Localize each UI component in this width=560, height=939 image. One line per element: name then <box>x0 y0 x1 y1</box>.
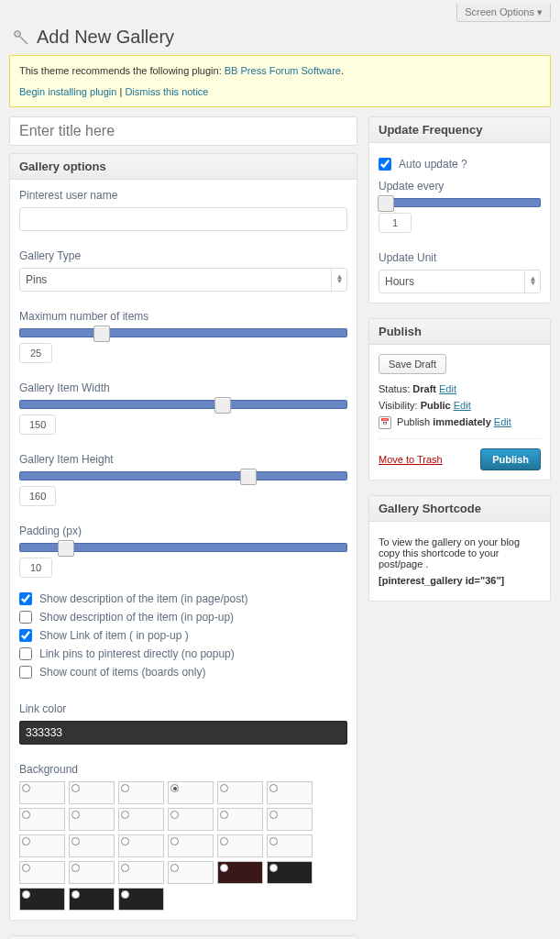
background-swatch[interactable] <box>168 808 214 831</box>
background-swatch[interactable] <box>217 861 263 884</box>
shortcode-header: Gallery Shortcode <box>379 502 541 515</box>
edit-status-link[interactable]: Edit <box>439 383 456 394</box>
pinterest-user-input[interactable] <box>19 207 347 231</box>
slider-handle[interactable] <box>58 540 74 557</box>
item-width-slider[interactable] <box>19 400 347 409</box>
option-checkbox[interactable] <box>19 611 32 624</box>
gallery-type-label: Gallery Type <box>19 249 347 262</box>
background-swatch[interactable] <box>217 834 263 857</box>
update-frequency-header: Update Frequency <box>379 123 541 137</box>
background-swatch[interactable] <box>168 781 214 804</box>
background-swatch[interactable] <box>19 834 65 857</box>
background-swatch[interactable] <box>19 781 65 804</box>
publish-box: Publish Save Draft Status: Draft Edit Vi… <box>368 318 551 481</box>
radio-icon <box>71 864 80 872</box>
publish-button[interactable]: Publish <box>480 448 541 470</box>
background-swatch[interactable] <box>267 781 313 804</box>
edit-schedule-link[interactable]: Edit <box>494 416 511 427</box>
begin-install-link[interactable]: Begin installing plugin <box>19 86 116 97</box>
publish-header: Publish <box>379 325 541 338</box>
update-every-slider[interactable] <box>379 198 541 207</box>
option-checkbox[interactable] <box>19 629 32 642</box>
edit-visibility-link[interactable]: Edit <box>454 400 471 411</box>
option-checkbox-label: Show description of the item (in page/po… <box>39 592 247 605</box>
background-swatch[interactable] <box>168 861 214 884</box>
option-checkbox-row: Show Link of item ( in pop-up ) <box>19 629 347 642</box>
background-swatch[interactable] <box>69 781 115 804</box>
radio-icon <box>121 784 129 792</box>
item-width-label: Gallery Item Width <box>19 381 347 394</box>
background-swatch[interactable] <box>267 834 313 857</box>
slider-handle[interactable] <box>214 397 231 414</box>
max-items-slider[interactable] <box>19 328 347 337</box>
shortcode-code: [pinterest_gallery id="36"] <box>379 575 504 586</box>
background-swatch[interactable] <box>69 888 115 911</box>
item-height-value: 160 <box>19 486 56 506</box>
link-color-input[interactable]: 333333 <box>19 721 347 745</box>
background-swatch[interactable] <box>267 808 313 831</box>
option-checkbox-row: Link pins to pinterest directly (no popu… <box>19 647 347 660</box>
pin-icon <box>9 26 31 48</box>
radio-icon <box>220 837 228 845</box>
background-swatch[interactable] <box>69 834 115 857</box>
background-swatch[interactable] <box>267 861 313 884</box>
plugin-link[interactable]: BB Press Forum Software <box>225 65 341 76</box>
radio-icon <box>220 784 228 792</box>
radio-icon <box>269 784 278 792</box>
move-to-trash-link[interactable]: Move to Trash <box>379 454 443 465</box>
max-items-value: 25 <box>19 343 52 363</box>
background-grid <box>19 781 347 911</box>
gallery-items-box: Gallery Items Choose options and hit upd… <box>9 935 357 939</box>
option-checkbox[interactable] <box>19 592 32 605</box>
background-swatch[interactable] <box>19 808 65 831</box>
option-checkbox-row: Show description of the item (in pop-up) <box>19 611 347 624</box>
calendar-icon: 📅 <box>379 416 391 429</box>
background-swatch[interactable] <box>217 808 263 831</box>
auto-update-label: Auto update ? <box>399 158 467 171</box>
option-checkbox-row: Show description of the item (in page/po… <box>19 592 347 605</box>
radio-icon <box>170 837 179 845</box>
background-swatch[interactable] <box>118 888 164 911</box>
padding-label: Padding (px) <box>19 525 347 537</box>
item-height-slider[interactable] <box>19 471 347 481</box>
background-swatch[interactable] <box>118 834 164 857</box>
background-swatch[interactable] <box>69 808 115 831</box>
option-checkbox[interactable] <box>19 666 32 679</box>
slider-handle[interactable] <box>378 195 394 212</box>
radio-icon <box>121 837 129 845</box>
background-swatch[interactable] <box>118 808 164 831</box>
radio-icon <box>22 864 30 872</box>
radio-icon <box>269 811 278 819</box>
slider-handle[interactable] <box>240 469 257 485</box>
page-title-row: Add New Gallery <box>9 22 551 55</box>
page-title: Add New Gallery <box>37 27 174 48</box>
screen-options-button[interactable]: Screen Options ▾ <box>456 4 551 22</box>
shortcode-intro: To view the gallery on your blog copy th… <box>379 536 541 569</box>
radio-icon <box>71 811 80 819</box>
auto-update-checkbox[interactable] <box>379 158 391 171</box>
update-every-label: Update every <box>379 180 541 193</box>
slider-handle[interactable] <box>93 326 110 342</box>
background-swatch[interactable] <box>118 781 164 804</box>
dismiss-notice-link[interactable]: Dismiss this notice <box>125 86 208 97</box>
background-swatch[interactable] <box>217 781 263 804</box>
pinterest-user-label: Pinterest user name <box>19 189 347 202</box>
save-draft-button[interactable]: Save Draft <box>379 354 446 374</box>
background-swatch[interactable] <box>19 888 65 911</box>
background-swatch[interactable] <box>69 861 115 884</box>
radio-icon <box>121 811 129 819</box>
schedule-value: immediately <box>433 416 491 427</box>
radio-icon <box>71 837 80 845</box>
background-swatch[interactable] <box>168 834 214 857</box>
option-checkbox[interactable] <box>19 647 32 660</box>
radio-icon <box>71 890 80 899</box>
schedule-prefix: Publish <box>397 416 433 427</box>
gallery-title-input[interactable] <box>9 116 357 146</box>
shortcode-box: Gallery Shortcode To view the gallery on… <box>368 495 551 602</box>
update-unit-select[interactable]: Hours <box>379 270 541 293</box>
option-checkbox-row: Show count of items (boards only) <box>19 666 347 679</box>
gallery-type-select[interactable]: Pins <box>19 268 347 292</box>
background-swatch[interactable] <box>19 861 65 884</box>
padding-slider[interactable] <box>19 543 347 552</box>
background-swatch[interactable] <box>118 861 164 884</box>
